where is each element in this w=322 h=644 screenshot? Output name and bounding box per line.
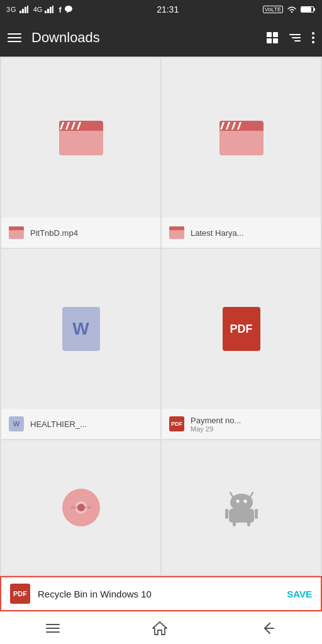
svg-rect-3 (27, 6, 28, 13)
svg-rect-4 (45, 11, 47, 13)
svg-point-10 (291, 11, 292, 13)
status-time: 21:31 (157, 4, 179, 14)
file-date: May 29 (191, 425, 241, 433)
wifi-icon (287, 6, 297, 13)
file-name: PitTnbD.mp4 (30, 228, 78, 238)
video-preview-icon (219, 121, 264, 155)
file-info: Latest Harya... (162, 218, 321, 248)
svg-rect-7 (52, 6, 53, 13)
signal-bars-1 (19, 6, 28, 13)
snackbar-save-button[interactable]: SAVE (287, 589, 312, 599)
file-name-wrap: Payment no... May 29 (191, 416, 241, 433)
svg-rect-26 (255, 509, 258, 519)
word-icon-small: W (9, 416, 24, 431)
file-preview (1, 440, 160, 575)
facebook-icon: f (58, 5, 61, 14)
file-name-wrap: Latest Harya... (191, 228, 244, 238)
bottom-nav (0, 611, 322, 644)
file-card[interactable]: PitTnbD.mp4 (1, 58, 160, 248)
android-preview-icon (223, 489, 260, 526)
svg-point-8 (65, 6, 72, 12)
snackbar: PDF Recycle Bin in Windows 10 SAVE (0, 576, 322, 611)
signal-4g: 4G (33, 6, 43, 13)
status-left: 3G 4G f (6, 5, 73, 14)
svg-point-23 (243, 500, 247, 503)
snackbar-text: Recycle Bin in Windows 10 (38, 589, 279, 599)
file-info: W HEALTHIER_... (1, 409, 160, 439)
svg-rect-18 (71, 506, 91, 509)
pdf-icon-small: PDF (169, 416, 184, 431)
file-preview: W (1, 249, 160, 409)
battery-icon (301, 6, 316, 13)
svg-rect-25 (225, 509, 228, 519)
file-card[interactable] (162, 440, 321, 575)
file-name-wrap: HEALTHIER_... (30, 419, 87, 429)
svg-rect-28 (247, 521, 250, 526)
word-preview-icon: W (62, 307, 100, 351)
file-type-icon (168, 224, 186, 242)
file-type-icon (8, 224, 25, 242)
volte-icon: VoLTE (263, 6, 283, 13)
snackbar-pdf-icon: PDF (10, 584, 30, 604)
svg-rect-2 (25, 7, 26, 13)
svg-rect-6 (50, 7, 52, 13)
file-name: Payment no... (191, 416, 241, 425)
home-button[interactable] (152, 620, 168, 636)
file-preview: PDF (162, 249, 321, 409)
file-card[interactable]: Latest Harya... (162, 58, 321, 248)
header-actions (267, 32, 314, 43)
back-button[interactable] (260, 620, 276, 636)
status-right: VoLTE (263, 6, 316, 13)
image-preview-icon (62, 489, 100, 526)
svg-marker-29 (153, 622, 167, 635)
sort-button[interactable] (289, 34, 301, 42)
file-card[interactable] (1, 440, 160, 575)
file-name: Latest Harya... (191, 228, 244, 238)
file-grid: PitTnbD.mp4 Latest Harya... (0, 57, 322, 576)
svg-point-21 (230, 494, 253, 511)
bottom-menu-button[interactable] (46, 624, 60, 633)
file-info: PDF Payment no... May 29 (162, 409, 321, 439)
status-bar: 3G 4G f 21:31 VoLTE (0, 0, 322, 19)
svg-rect-0 (19, 11, 21, 13)
svg-rect-5 (47, 9, 49, 13)
svg-point-22 (236, 500, 239, 503)
signal-3g: 3G (6, 6, 17, 13)
file-type-icon: W (8, 415, 25, 433)
file-preview (162, 58, 321, 218)
file-preview (162, 440, 321, 575)
svg-rect-1 (22, 9, 24, 13)
svg-rect-14 (301, 7, 311, 12)
signal-bars-2 (45, 6, 53, 13)
more-options-button[interactable] (312, 32, 314, 43)
image-icon (71, 497, 91, 518)
pdf-preview-icon: PDF (223, 307, 260, 351)
svg-rect-27 (233, 521, 236, 526)
svg-rect-24 (229, 509, 254, 523)
file-name: HEALTHIER_... (30, 419, 87, 429)
file-name-wrap: PitTnbD.mp4 (30, 228, 78, 238)
file-type-icon: PDF (168, 415, 186, 433)
video-icon-small (9, 226, 24, 239)
page-title: Downloads (31, 30, 257, 46)
svg-rect-12 (314, 8, 315, 11)
android-icon (224, 489, 259, 526)
file-info: PitTnbD.mp4 (1, 218, 160, 248)
grid-view-button[interactable] (267, 32, 278, 43)
app-header: Downloads (0, 19, 322, 57)
video-icon-small (169, 226, 184, 239)
file-card[interactable]: W W HEALTHIER_... (1, 249, 160, 439)
message-icon (64, 5, 73, 14)
file-card[interactable]: PDF PDF Payment no... May 29 (162, 249, 321, 439)
video-preview-icon (59, 121, 103, 155)
file-preview (1, 58, 160, 218)
menu-button[interactable] (8, 33, 21, 42)
